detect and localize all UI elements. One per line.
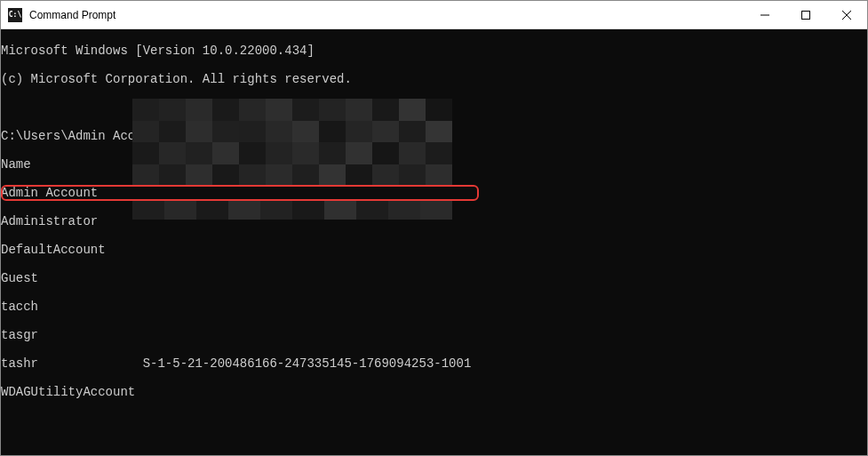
close-icon xyxy=(842,11,851,20)
account-row: Admin Account xyxy=(1,186,867,200)
blank-line xyxy=(1,413,867,428)
redacted-region xyxy=(132,201,452,220)
banner-line-2: (c) Microsoft Corporation. All rights re… xyxy=(1,72,867,86)
window-controls xyxy=(745,1,867,28)
banner-line-1: Microsoft Windows [Version 10.0.22000.43… xyxy=(1,44,867,58)
window-title: Command Prompt xyxy=(29,9,745,21)
account-row-highlighted: tashr S-1-5-21-200486166-247335145-17690… xyxy=(1,356,867,371)
minimize-icon xyxy=(760,11,769,20)
terminal-area[interactable]: Microsoft Windows [Version 10.0.22000.43… xyxy=(1,29,867,455)
command-prompt-window: C:\ Command Prompt Microsoft Windows [Ve… xyxy=(0,0,868,456)
redacted-region xyxy=(132,99,452,186)
svg-rect-1 xyxy=(802,11,810,19)
account-row: tacch xyxy=(1,300,867,314)
maximize-icon xyxy=(801,11,810,20)
titlebar[interactable]: C:\ Command Prompt xyxy=(1,1,867,29)
account-row: tasgr xyxy=(1,328,867,342)
blank-line xyxy=(1,442,867,455)
close-button[interactable] xyxy=(826,1,867,28)
minimize-button[interactable] xyxy=(745,1,785,28)
account-row: DefaultAccount xyxy=(1,243,867,257)
account-row: WDAGUtilityAccount xyxy=(1,385,867,399)
account-row: Guest xyxy=(1,271,867,285)
cmd-icon: C:\ xyxy=(8,8,22,22)
maximize-button[interactable] xyxy=(785,1,826,28)
